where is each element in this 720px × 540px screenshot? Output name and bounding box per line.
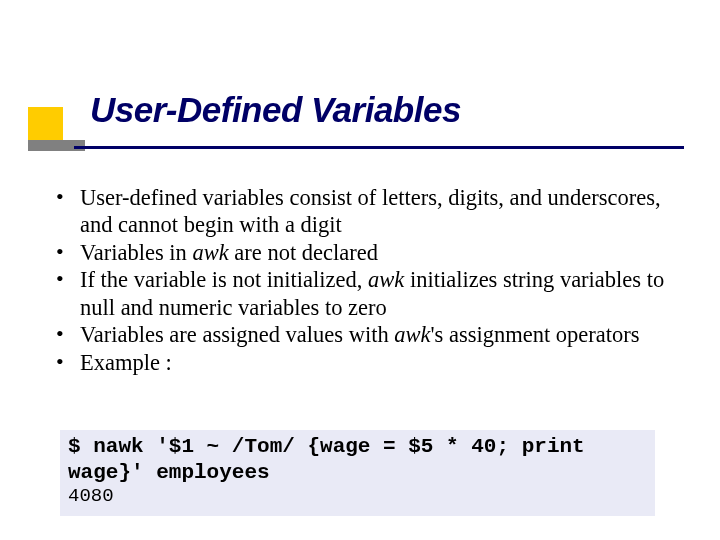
bullet-item: If the variable is not initialized, awk … (50, 266, 665, 321)
italic-awk: awk (368, 267, 404, 292)
bullet-item: Variables in awk are not declared (50, 239, 665, 266)
italic-awk: awk (192, 240, 228, 265)
bullet-list: User-defined variables consist of letter… (50, 184, 665, 376)
body-area: User-defined variables consist of letter… (50, 184, 665, 376)
code-output: 4080 (68, 485, 647, 508)
bullet-item: Example : (50, 349, 665, 376)
title-underline (74, 146, 684, 149)
slide-title: User-Defined Variables (90, 90, 461, 130)
bullet-text: 's assignment operators (431, 322, 640, 347)
code-line: $ nawk '$1 ~ /Tom/ {wage = $5 * 40; prin… (68, 434, 647, 485)
bullet-text: Variables in (80, 240, 192, 265)
bullet-item: Variables are assigned values with awk's… (50, 321, 665, 348)
bullet-text: Example : (80, 350, 172, 375)
bullet-item: User-defined variables consist of letter… (50, 184, 665, 239)
code-example: $ nawk '$1 ~ /Tom/ {wage = $5 * 40; prin… (60, 430, 655, 516)
italic-awk: awk (394, 322, 430, 347)
bullet-text: Variables are assigned values with (80, 322, 394, 347)
bullet-text: If the variable is not initialized, (80, 267, 368, 292)
bullet-text: are not declared (229, 240, 378, 265)
slide: User-Defined Variables User-defined vari… (0, 0, 720, 540)
bullet-text: User-defined variables consist of letter… (80, 185, 661, 237)
